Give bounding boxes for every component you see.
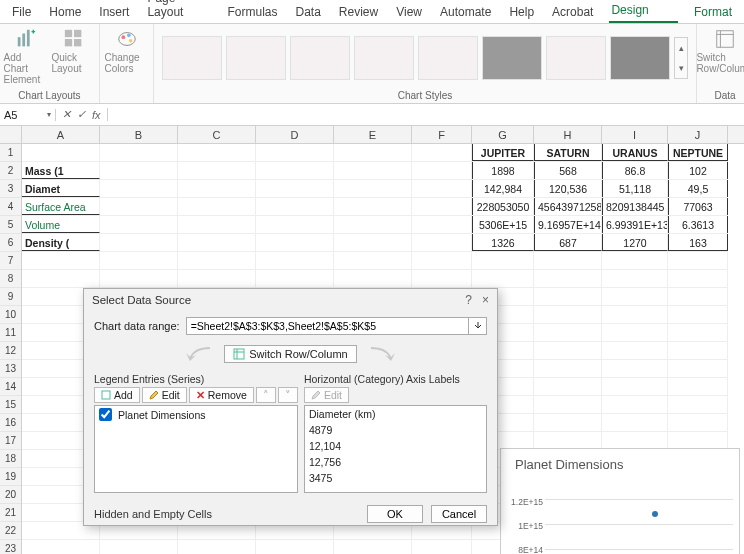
- tab-help[interactable]: Help: [507, 3, 536, 23]
- cell[interactable]: 86.8: [602, 162, 668, 179]
- embedded-chart[interactable]: Planet Dimensions 1.2E+151E+158E+146E+14…: [500, 448, 740, 554]
- cell[interactable]: [334, 216, 412, 233]
- cell[interactable]: [412, 270, 472, 287]
- cell[interactable]: Volume: [22, 216, 100, 233]
- cell[interactable]: Diamet: [22, 180, 100, 197]
- cell[interactable]: [534, 306, 602, 323]
- col-header[interactable]: E: [334, 126, 412, 143]
- cell[interactable]: [100, 162, 178, 179]
- tab-review[interactable]: Review: [337, 3, 380, 23]
- edit-series-button[interactable]: Edit: [142, 387, 187, 403]
- cell[interactable]: [534, 270, 602, 287]
- cell[interactable]: [602, 270, 668, 287]
- worksheet-grid[interactable]: ABCDEFGHIJ 12345678910111213141516171819…: [0, 126, 744, 554]
- col-header[interactable]: I: [602, 126, 668, 143]
- row-header[interactable]: 4: [0, 198, 21, 216]
- add-chart-element-button[interactable]: Add Chart Element: [4, 28, 48, 85]
- cell[interactable]: 49,5: [668, 180, 728, 197]
- cell[interactable]: [412, 234, 472, 251]
- tab-insert[interactable]: Insert: [97, 3, 131, 23]
- cell[interactable]: [334, 162, 412, 179]
- cell[interactable]: [100, 144, 178, 161]
- style-swatch[interactable]: [354, 36, 414, 80]
- list-item[interactable]: 3475: [305, 470, 486, 486]
- row-header[interactable]: 16: [0, 414, 21, 432]
- cell[interactable]: [334, 180, 412, 197]
- cell[interactable]: [256, 252, 334, 269]
- hidden-empty-cells-button[interactable]: Hidden and Empty Cells: [94, 508, 212, 520]
- cell[interactable]: [178, 144, 256, 161]
- cell[interactable]: [412, 540, 472, 554]
- row-header[interactable]: 10: [0, 306, 21, 324]
- list-item[interactable]: 4879: [305, 422, 486, 438]
- remove-series-button[interactable]: ✕Remove: [189, 387, 254, 403]
- cell[interactable]: 6.3613: [668, 216, 728, 233]
- style-swatch[interactable]: [610, 36, 670, 80]
- cell[interactable]: [178, 252, 256, 269]
- style-swatch[interactable]: [162, 36, 222, 80]
- cell[interactable]: [602, 360, 668, 377]
- cell[interactable]: [602, 252, 668, 269]
- list-item[interactable]: Diameter (km): [305, 406, 486, 422]
- col-header[interactable]: C: [178, 126, 256, 143]
- cell[interactable]: 142,984: [472, 180, 534, 197]
- cell[interactable]: [22, 144, 100, 161]
- col-header[interactable]: J: [668, 126, 728, 143]
- cell[interactable]: 51,118: [602, 180, 668, 197]
- cell[interactable]: [534, 252, 602, 269]
- cell[interactable]: [256, 234, 334, 251]
- cell[interactable]: 1326: [472, 234, 534, 251]
- row-header[interactable]: 8: [0, 270, 21, 288]
- chevron-down-icon[interactable]: ▾: [47, 110, 51, 119]
- edit-categories-button[interactable]: Edit: [304, 387, 349, 403]
- move-down-button[interactable]: ˅: [278, 387, 298, 403]
- cell[interactable]: [100, 252, 178, 269]
- row-header[interactable]: 12: [0, 342, 21, 360]
- cell[interactable]: [668, 432, 728, 449]
- style-swatch[interactable]: [226, 36, 286, 80]
- cell[interactable]: [412, 162, 472, 179]
- cell[interactable]: [668, 306, 728, 323]
- chart-data-range-input[interactable]: [186, 317, 469, 335]
- cell[interactable]: 77063: [668, 198, 728, 215]
- cell[interactable]: [100, 216, 178, 233]
- style-swatch[interactable]: [482, 36, 542, 80]
- style-swatch[interactable]: [546, 36, 606, 80]
- cell[interactable]: [534, 414, 602, 431]
- cell[interactable]: [412, 252, 472, 269]
- gallery-more[interactable]: ▴▾: [674, 37, 688, 79]
- cell[interactable]: [100, 540, 178, 554]
- row-header[interactable]: 6: [0, 234, 21, 252]
- cell[interactable]: 568: [534, 162, 602, 179]
- cell[interactable]: 9.16957E+14: [534, 216, 602, 233]
- col-header[interactable]: B: [100, 126, 178, 143]
- cell[interactable]: URANUS: [602, 144, 668, 161]
- cell[interactable]: [668, 360, 728, 377]
- cell[interactable]: [178, 540, 256, 554]
- cell[interactable]: [178, 180, 256, 197]
- list-item[interactable]: 12,104: [305, 438, 486, 454]
- cell[interactable]: Mass (1: [22, 162, 100, 179]
- cell[interactable]: [602, 378, 668, 395]
- switch-row-column-button[interactable]: Switch Row/Column: [224, 345, 356, 363]
- row-header[interactable]: 18: [0, 450, 21, 468]
- tab-page-layout[interactable]: Page Layout: [145, 0, 211, 23]
- cell[interactable]: [256, 540, 334, 554]
- row-header[interactable]: 7: [0, 252, 21, 270]
- cell[interactable]: 8209138445: [602, 198, 668, 215]
- cell[interactable]: 1898: [472, 162, 534, 179]
- cell[interactable]: [534, 360, 602, 377]
- cell[interactable]: [602, 306, 668, 323]
- cell[interactable]: 163: [668, 234, 728, 251]
- cell[interactable]: 102: [668, 162, 728, 179]
- col-header[interactable]: D: [256, 126, 334, 143]
- cell[interactable]: 45643971258: [534, 198, 602, 215]
- quick-layout-button[interactable]: Quick Layout: [52, 28, 96, 74]
- col-header[interactable]: A: [22, 126, 100, 143]
- change-colors-button[interactable]: Change Colors: [105, 28, 149, 74]
- row-header[interactable]: 11: [0, 324, 21, 342]
- cell[interactable]: 6.99391E+13: [602, 216, 668, 233]
- cell[interactable]: [412, 216, 472, 233]
- cell[interactable]: [668, 324, 728, 341]
- cell[interactable]: [100, 180, 178, 197]
